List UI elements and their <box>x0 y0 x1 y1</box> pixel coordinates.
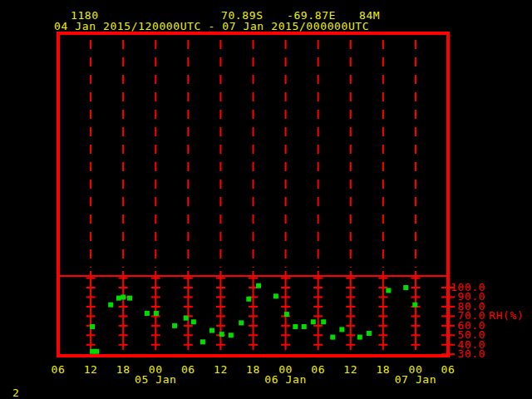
data-point <box>184 316 189 321</box>
data-point <box>302 324 307 329</box>
data-point <box>321 319 326 324</box>
data-point <box>330 335 335 340</box>
data-point <box>191 319 196 324</box>
x-tick-label: 06 <box>181 363 195 376</box>
x-date-label: 07 Jan <box>395 373 437 386</box>
meteogram-chart: 100.090.080.070.060.050.040.030.0RH(%)06… <box>0 0 532 399</box>
data-point <box>339 327 344 332</box>
data-point <box>94 349 99 354</box>
data-point <box>273 293 278 298</box>
data-point <box>311 319 316 324</box>
data-point <box>412 303 417 308</box>
x-date-label: 06 Jan <box>264 373 307 386</box>
data-point <box>239 320 244 325</box>
data-point <box>200 339 205 344</box>
data-point <box>121 294 126 299</box>
data-point <box>357 335 362 340</box>
data-point <box>293 324 298 329</box>
y-tick-label: 30.0 <box>457 347 485 360</box>
x-tick-label: 18 <box>376 363 390 376</box>
meteogram-screen: 1180 70.89S -69.87E 84M 04 Jan 2015/1200… <box>0 0 532 399</box>
data-point <box>90 349 95 354</box>
data-point <box>246 297 251 302</box>
data-point <box>386 288 391 293</box>
x-date-label: 05 Jan <box>135 373 177 386</box>
data-point <box>219 332 224 337</box>
x-tick-label: 18 <box>116 363 131 376</box>
data-point <box>403 285 408 290</box>
x-tick-label: 12 <box>84 363 98 376</box>
x-tick-label: 06 <box>311 363 325 376</box>
data-point <box>108 303 113 308</box>
data-point <box>154 311 159 316</box>
data-point <box>172 323 177 328</box>
x-tick-label: 06 <box>52 363 66 376</box>
x-tick-label: 06 <box>441 363 456 376</box>
data-point <box>145 311 150 316</box>
data-point <box>284 312 289 317</box>
data-point <box>229 332 234 337</box>
y-axis-title: RH(%) <box>489 309 524 322</box>
x-tick-label: 18 <box>246 363 260 376</box>
data-point <box>116 296 121 301</box>
data-point <box>209 328 214 333</box>
x-tick-label: 12 <box>214 363 228 376</box>
data-point <box>367 331 372 336</box>
data-point <box>90 324 95 329</box>
x-tick-label: 12 <box>343 363 357 376</box>
data-point <box>256 283 261 288</box>
data-point <box>127 296 132 301</box>
